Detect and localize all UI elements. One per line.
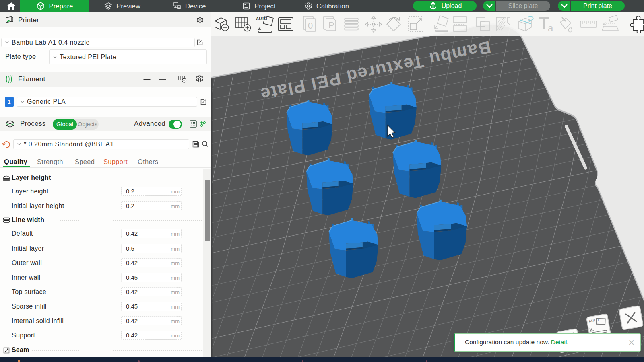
svg-text:AUTO: AUTO [256,16,267,21]
svg-text:0: 0 [308,21,313,31]
svg-text:P: P [328,20,334,30]
svg-text:a: a [548,23,553,33]
